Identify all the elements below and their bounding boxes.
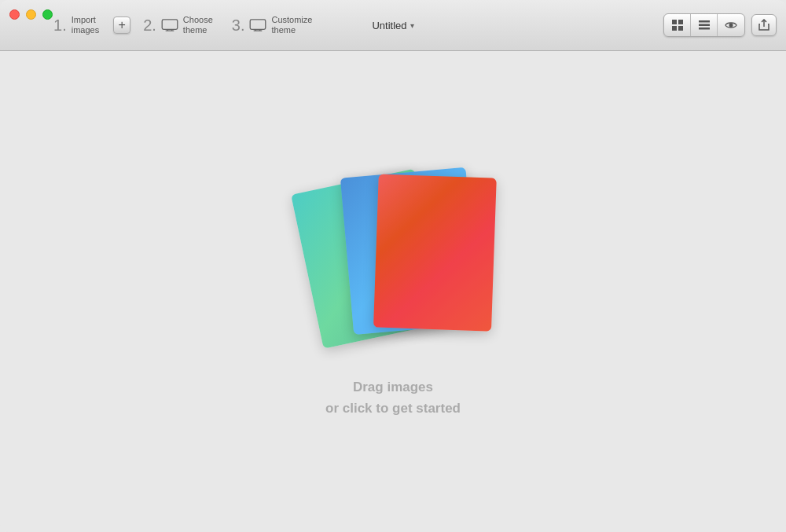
maximize-button[interactable]: [42, 9, 53, 20]
minimize-button[interactable]: [26, 9, 36, 20]
svg-rect-14: [699, 28, 710, 30]
step-2-item[interactable]: 2. Choose theme: [137, 12, 219, 39]
svg-rect-10: [672, 26, 677, 31]
view-controls: [663, 13, 745, 37]
toolbar-steps: 1. Import images + 2. Choose: [47, 0, 318, 50]
step-1-label: Import images: [72, 15, 99, 35]
preview-button[interactable]: [718, 14, 744, 36]
step-3-item[interactable]: 3. Customize theme: [226, 12, 319, 39]
title-bar: Untitled ▾ 1. Import images + 2.: [0, 0, 786, 51]
list-view-button[interactable]: [691, 14, 718, 36]
traffic-lights: [9, 9, 53, 20]
svg-rect-12: [699, 20, 710, 23]
step-1-item[interactable]: 1. Import images: [47, 12, 105, 39]
svg-rect-9: [678, 20, 683, 24]
svg-rect-8: [672, 20, 677, 24]
monitor-icon: [161, 19, 178, 31]
customize-monitor-icon: [249, 19, 266, 31]
step-3-label: Customize theme: [271, 15, 312, 35]
share-button[interactable]: [751, 14, 777, 36]
cards-illustration: [307, 164, 479, 353]
add-images-button[interactable]: +: [113, 17, 130, 34]
drag-text: Drag images or click to get started: [325, 376, 461, 419]
grid-view-button[interactable]: [664, 14, 691, 36]
toolbar-right: [663, 13, 777, 37]
window-title-text: Untitled: [372, 20, 406, 31]
step-3-number: 3.: [232, 17, 245, 33]
svg-rect-11: [678, 26, 683, 31]
main-content[interactable]: Drag images or click to get started: [0, 51, 786, 532]
svg-rect-13: [699, 24, 710, 27]
close-button[interactable]: [9, 9, 20, 20]
step-2-label: Choose theme: [183, 15, 213, 35]
window-title-chevron[interactable]: ▾: [410, 21, 414, 30]
svg-rect-4: [251, 20, 266, 29]
svg-point-15: [729, 24, 733, 28]
step-1-number: 1.: [53, 17, 67, 33]
svg-rect-0: [162, 20, 178, 29]
window-title: Untitled ▾: [372, 20, 413, 31]
step-2-number: 2.: [143, 17, 156, 33]
card-red: [373, 174, 497, 331]
